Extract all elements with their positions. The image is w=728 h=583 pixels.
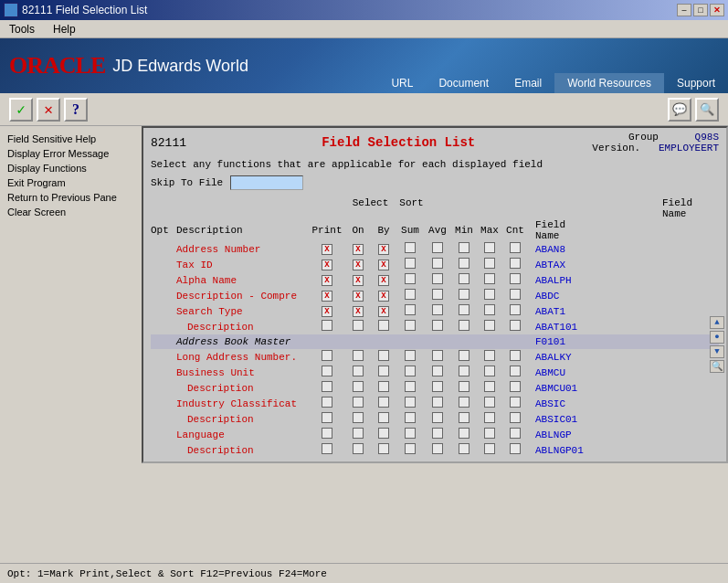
- checkbox[interactable]: [353, 428, 364, 439]
- nav-email[interactable]: Email: [501, 73, 554, 93]
- row-max[interactable]: [477, 380, 502, 396]
- row-select-by[interactable]: X: [371, 290, 396, 302]
- row-avg[interactable]: [424, 272, 451, 288]
- checkbox[interactable]: X: [322, 291, 332, 302]
- sidebar-item-return-previous[interactable]: Return to Previous Pane: [4, 190, 138, 205]
- row-print[interactable]: X: [309, 243, 345, 256]
- nav-world-resources[interactable]: World Resources: [554, 73, 664, 93]
- row-sum[interactable]: [396, 319, 424, 334]
- close-button[interactable]: ✕: [710, 4, 724, 16]
- row-min[interactable]: [451, 241, 477, 257]
- row-select-by[interactable]: X: [371, 305, 396, 318]
- checkbox[interactable]: X: [378, 275, 389, 286]
- row-avg[interactable]: [424, 380, 451, 396]
- row-select-by[interactable]: [371, 349, 396, 365]
- row-print[interactable]: [309, 319, 345, 334]
- checkbox[interactable]: [484, 273, 495, 284]
- checkbox[interactable]: [378, 366, 389, 376]
- checkbox[interactable]: [322, 320, 332, 331]
- row-avg[interactable]: [424, 303, 451, 319]
- row-avg[interactable]: [424, 257, 451, 272]
- row-max[interactable]: [477, 427, 502, 442]
- row-print[interactable]: [309, 380, 345, 396]
- checkbox[interactable]: [405, 304, 416, 315]
- checkbox[interactable]: X: [353, 244, 364, 255]
- checkbox[interactable]: [322, 412, 332, 423]
- row-avg[interactable]: [424, 396, 451, 411]
- checkbox[interactable]: [484, 443, 495, 454]
- scroll-up-button[interactable]: ▲: [710, 316, 724, 329]
- checkbox[interactable]: [484, 381, 495, 392]
- row-sum[interactable]: [396, 272, 424, 288]
- row-cnt[interactable]: [502, 427, 528, 442]
- row-min[interactable]: [451, 319, 477, 334]
- row-min[interactable]: [451, 349, 477, 365]
- row-min[interactable]: [451, 365, 477, 380]
- checkbox[interactable]: [405, 366, 416, 376]
- checkbox[interactable]: [510, 289, 521, 300]
- checkbox[interactable]: [378, 428, 389, 439]
- row-print[interactable]: [309, 411, 345, 427]
- checkbox[interactable]: [510, 320, 521, 331]
- row-select-on[interactable]: X: [345, 290, 371, 302]
- checkbox[interactable]: [378, 381, 389, 392]
- menu-tools[interactable]: Tools: [4, 22, 40, 37]
- checkbox[interactable]: [510, 428, 521, 439]
- checkbox[interactable]: X: [353, 260, 364, 270]
- row-min[interactable]: [451, 257, 477, 272]
- checkbox[interactable]: X: [378, 306, 389, 317]
- checkbox[interactable]: [484, 366, 495, 376]
- sidebar-item-exit-program[interactable]: Exit Program: [4, 175, 138, 190]
- row-min[interactable]: [451, 427, 477, 442]
- row-print[interactable]: X: [309, 305, 345, 318]
- row-select-by[interactable]: [371, 319, 396, 334]
- row-avg[interactable]: [424, 427, 451, 442]
- checkbox[interactable]: [459, 273, 470, 284]
- maximize-button[interactable]: □: [693, 4, 708, 16]
- checkbox[interactable]: [322, 366, 332, 376]
- checkbox[interactable]: [432, 366, 443, 376]
- checkbox[interactable]: [405, 320, 416, 331]
- checkbox[interactable]: [459, 381, 470, 392]
- row-print[interactable]: X: [309, 290, 345, 302]
- checkbox[interactable]: [459, 242, 470, 253]
- row-cnt[interactable]: [502, 288, 528, 303]
- help-button[interactable]: ?: [64, 98, 88, 122]
- checkbox[interactable]: [432, 412, 443, 423]
- row-select-by[interactable]: [371, 365, 396, 380]
- checkbox[interactable]: [405, 381, 416, 392]
- checkbox[interactable]: [405, 443, 416, 454]
- row-cnt[interactable]: [502, 241, 528, 257]
- row-cnt[interactable]: [502, 396, 528, 411]
- row-min[interactable]: [451, 303, 477, 319]
- sidebar-item-field-sensitive-help[interactable]: Field Sensitive Help: [4, 132, 138, 146]
- row-cnt[interactable]: [502, 380, 528, 396]
- row-cnt[interactable]: [502, 365, 528, 380]
- row-select-by[interactable]: X: [371, 243, 396, 256]
- checkbox[interactable]: [510, 381, 521, 392]
- row-sum[interactable]: [396, 288, 424, 303]
- checkbox[interactable]: [432, 320, 443, 331]
- row-select-on[interactable]: [345, 365, 371, 380]
- row-min[interactable]: [451, 396, 477, 411]
- checkbox[interactable]: [353, 443, 364, 454]
- checkbox[interactable]: X: [353, 306, 364, 317]
- row-avg[interactable]: [424, 365, 451, 380]
- row-cnt[interactable]: [502, 272, 528, 288]
- row-max[interactable]: [477, 272, 502, 288]
- checkbox[interactable]: [322, 350, 332, 361]
- row-min[interactable]: [451, 442, 477, 458]
- checkbox[interactable]: [322, 428, 332, 439]
- checkbox[interactable]: X: [322, 260, 332, 270]
- row-max[interactable]: [477, 288, 502, 303]
- checkbox[interactable]: [484, 320, 495, 331]
- row-min[interactable]: [451, 288, 477, 303]
- row-select-on[interactable]: [345, 396, 371, 411]
- checkbox[interactable]: [378, 320, 389, 331]
- confirm-button[interactable]: ✓: [9, 98, 33, 122]
- checkbox[interactable]: [432, 304, 443, 315]
- row-sum[interactable]: [396, 365, 424, 380]
- checkbox[interactable]: [459, 428, 470, 439]
- row-avg[interactable]: [424, 241, 451, 257]
- checkbox[interactable]: [322, 443, 332, 454]
